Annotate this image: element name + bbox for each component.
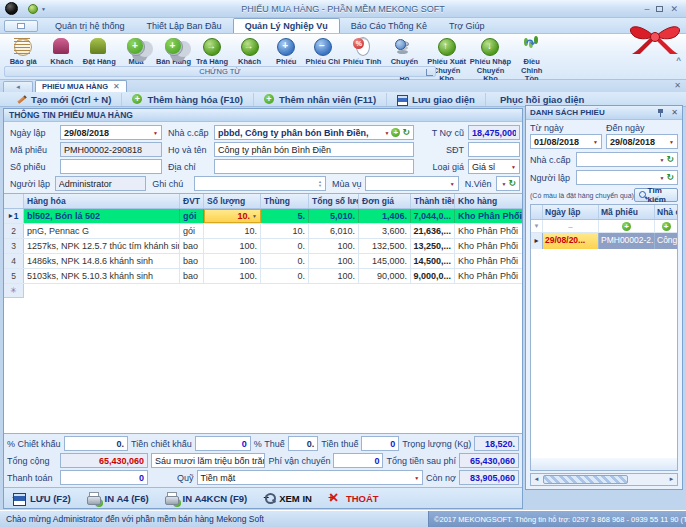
ho-va-ten-field[interactable]: Công ty phân bón Bình Điền — [214, 142, 414, 157]
close-button[interactable]: ✕ — [670, 4, 678, 14]
bottom-button-bar: + LƯU (F2) + IN A4 (F6) + IN A4KCN (F9) … — [4, 487, 522, 508]
ribbon-button[interactable]: Phiếu Nhập Chuyển Kho — [468, 36, 514, 85]
den-ngay-field[interactable]: 29/08/2018 ▼ — [606, 134, 678, 149]
nha-ccap-field[interactable]: pbbd, Công ty phân bón Bình Điền, ▼ + ↻ — [214, 125, 414, 140]
action-button[interactable]: Phục hồi giao diện — [486, 93, 594, 106]
tab-close-icon[interactable]: ✕ — [113, 83, 120, 91]
supplier-order-icon — [89, 37, 109, 57]
menu-item[interactable]: Thiết Lập Ban Đầu — [136, 19, 233, 33]
tab-scroll-button[interactable]: ◄ — [3, 81, 33, 92]
table-row[interactable]: ▸1 bl502, Bón lá 502 gói 10.▼ 5. 5,010. … — [4, 209, 522, 224]
search-button[interactable]: Tìm kiếm — [634, 188, 678, 202]
dropdown-arrow-icon[interactable]: ▼ — [450, 181, 455, 187]
quote-doc-icon — [13, 37, 33, 57]
panel-nguoi-lap-field[interactable]: ▼ ↻ — [576, 170, 678, 185]
tien-chiet-khau-field: 0 — [195, 436, 251, 451]
refresh-supplier-icon[interactable]: ↻ — [402, 128, 410, 137]
filter-add-icon[interactable]: + — [622, 222, 631, 231]
restore-button[interactable] — [656, 6, 663, 12]
spinner-icon[interactable]: ▲▼ — [318, 180, 322, 188]
dropdown-arrow-icon[interactable]: ▼ — [502, 181, 507, 187]
refresh-icon[interactable]: ↻ — [666, 173, 674, 182]
voucher-row[interactable]: ▸ 29/08/20... PMH00002-2... Công ty — [531, 233, 677, 249]
refresh-icon[interactable]: ↻ — [666, 155, 674, 164]
internal-transfer-icon — [394, 37, 414, 57]
tien-thue-label: Tiền thuế — [321, 439, 358, 449]
command-button[interactable]: + IN A4KCN (F9) — [165, 492, 248, 505]
voucher-list-panel: DANH SÁCH PHIẾU ✕ Từ ngày Đến ngày 01/08… — [525, 105, 683, 490]
table-row[interactable]: ▸5 5103ks, NPK 5.10.3 khánh sinh bao 100… — [4, 269, 522, 284]
tab-phieu-mua-hang[interactable]: PHIẾU MUA HÀNG ✕ — [35, 80, 127, 92]
action-button[interactable]: Tạo mới (Ctrl + N) — [6, 93, 122, 106]
window-menu-stub[interactable] — [4, 20, 38, 32]
action-button[interactable]: Thêm nhân viên (F11) — [254, 93, 387, 106]
action-button[interactable]: Lưu giao diện — [387, 93, 486, 106]
group-dialog-launcher-icon[interactable] — [426, 69, 433, 76]
quy-field[interactable]: Tiền mặt ▼ — [197, 470, 424, 485]
dropdown-arrow-icon[interactable]: ▼ — [153, 130, 158, 136]
refresh-employee-icon[interactable]: ↻ — [508, 179, 516, 188]
filter-funnel-icon[interactable]: ▼ — [534, 223, 540, 229]
ribbon-button[interactable]: Điều Chỉnh Tồn — [513, 36, 550, 85]
so-phieu-field[interactable] — [60, 159, 162, 174]
command-button[interactable]: + LƯU (F2) — [12, 492, 71, 505]
menu-bar: Quản trị hệ thống Thiết Lập Ban Đầu Quản… — [0, 18, 686, 34]
panel-horizontal-scrollbar[interactable]: ◄ ► — [530, 473, 678, 486]
menu-item[interactable]: Báo Cáo Thống Kê — [340, 19, 438, 33]
new-row-stub[interactable]: ✳ — [4, 284, 522, 298]
ribbon-collapse-icon[interactable]: ^ — [676, 56, 681, 65]
phi-van-chuyen-field[interactable]: 0 — [333, 453, 383, 468]
so-phieu-label: Số phiếu — [6, 162, 58, 172]
dropdown-arrow-icon[interactable]: ▼ — [660, 175, 665, 181]
command-button[interactable]: + THOÁT — [328, 492, 379, 505]
pct-chiet-khau-field[interactable]: 0. — [64, 436, 129, 451]
command-button[interactable]: + IN A4 (F6) — [87, 492, 149, 505]
purchase-form-panel: THÔNG TIN PHIẾU MUA HÀNG Ngày lập 29/08/… — [3, 108, 523, 509]
dropdown-arrow-icon[interactable]: ▼ — [669, 139, 674, 145]
thanh-toan-field[interactable]: 0 — [60, 470, 148, 485]
ribbon-button[interactable]: Báo giá — [4, 36, 42, 68]
tong-cong-label: Tổng cộng — [7, 456, 57, 466]
ribbon-button[interactable]: Phiếu Xuất Chuyển Kho — [425, 36, 467, 85]
tu-ngay-field[interactable]: 01/08/2018 ▼ — [530, 134, 602, 149]
ribbon-button[interactable]: Chuyển Tiền Nội Bộ — [383, 36, 425, 85]
scroll-right-icon[interactable]: ► — [666, 474, 677, 485]
table-row[interactable]: ▸2 pnG, Pennac G gói 10.▼ 10. 6,010. 3,6… — [4, 224, 522, 239]
ribbon-toolbar: Báo giá Khách Đặt Hàng Đặt Hàng NCC Mua … — [0, 34, 686, 80]
pin-icon[interactable] — [657, 108, 665, 117]
add-supplier-icon[interactable]: + — [391, 128, 400, 137]
scroll-left-icon[interactable]: ◄ — [531, 474, 542, 485]
dropdown-arrow-icon[interactable]: ▼ — [414, 475, 419, 481]
ghi-chu-field[interactable]: ▲▼ — [194, 176, 326, 191]
filter-add-icon[interactable]: + — [662, 222, 671, 231]
dropdown-arrow-icon[interactable]: ▼ — [593, 139, 598, 145]
minimize-button[interactable]: – — [644, 4, 649, 14]
dropdown-arrow-icon[interactable]: ▼ — [385, 130, 390, 136]
ngay-lap-field[interactable]: 29/08/2018 ▼ — [60, 125, 162, 140]
mua-vu-field[interactable]: ▼ — [365, 176, 458, 191]
loai-gia-field[interactable]: Giá sỉ ▼ — [468, 159, 520, 174]
n-vien-field[interactable]: ▼ ↻ — [496, 176, 521, 191]
ma-phieu-label: Mã phiếu — [6, 145, 58, 155]
pct-thue-field[interactable]: 0. — [288, 436, 319, 451]
command-button[interactable]: + XEM IN — [263, 492, 312, 505]
grid-filter-row[interactable]: ▼ – + + — [531, 220, 677, 233]
table-row[interactable]: ▸3 1257ks, NPK 12.5.7 thúc tím khánh sin… — [4, 239, 522, 254]
panel-nha-ccap-field[interactable]: ▼ ↻ — [576, 152, 678, 167]
sdt-field[interactable] — [468, 142, 520, 157]
menu-item[interactable]: Trợ Giúp — [438, 19, 496, 33]
ribbon-button[interactable]: Bán Hàng — [154, 36, 192, 68]
panel-close-icon[interactable]: ✕ — [671, 108, 678, 117]
dia-chi-field[interactable] — [214, 159, 414, 174]
tabbar-close-icon[interactable]: ✕ — [674, 82, 681, 90]
menu-item[interactable]: Quản trị hệ thống — [44, 19, 136, 33]
new-row-icon[interactable]: ✳ — [4, 284, 24, 298]
table-row[interactable]: ▸4 1486ks, NPK 14.8.6 khánh sinh bao 100… — [4, 254, 522, 269]
scroll-thumb[interactable] — [543, 475, 628, 484]
ribbon-button[interactable]: Phiếu Chi — [305, 36, 342, 68]
con-no-field: 83,905,060 — [459, 470, 519, 485]
dropdown-arrow-icon[interactable]: ▼ — [660, 157, 665, 163]
action-button[interactable]: Thêm hàng hóa (F10) — [122, 93, 254, 106]
dropdown-arrow-icon[interactable]: ▼ — [511, 164, 516, 170]
menu-item[interactable]: Quản Lý Nghiệp Vụ — [233, 18, 340, 33]
